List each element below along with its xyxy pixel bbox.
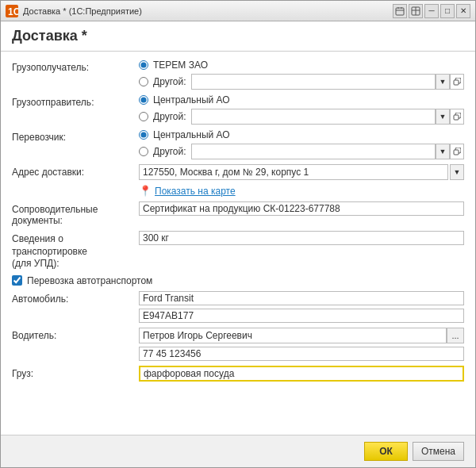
driver-license-input[interactable]: [139, 347, 464, 361]
form-footer: ОК Отмена: [1, 435, 475, 467]
close-button[interactable]: ✕: [456, 4, 470, 18]
address-input-row: ▼: [139, 164, 464, 180]
svg-rect-2: [396, 8, 404, 15]
toolbar-table-icon[interactable]: [409, 4, 423, 18]
recipient-controls: ТЕРЕМ ЗАО Другой: ▼: [139, 59, 464, 90]
carrier-dropdown-btn[interactable]: ▼: [436, 144, 450, 159]
titlebar-title: Доставка * (1С:Предприятие): [23, 6, 393, 16]
sender-link-btn[interactable]: [450, 109, 464, 125]
driver-name-input[interactable]: [139, 328, 447, 343]
driver-name-input-group: ...: [139, 328, 464, 343]
carrier-option1-label: Центральный АО: [153, 129, 230, 140]
sender-other-input-group: ▼: [191, 109, 464, 125]
driver-select-btn[interactable]: ...: [447, 328, 464, 343]
sender-option1-label: Центральный АО: [153, 94, 230, 105]
cargo-input[interactable]: [139, 366, 464, 382]
auto-model-input[interactable]: [139, 291, 464, 305]
main-window: 1C Доставка * (1С:Предприятие) ─: [0, 0, 476, 468]
svg-rect-9: [454, 80, 459, 85]
svg-rect-11: [454, 150, 459, 155]
carrier-other-input[interactable]: [191, 144, 436, 159]
recipient-other-input-group: ▼: [191, 74, 464, 90]
recipient-dropdown-btn[interactable]: ▼: [436, 74, 450, 90]
carrier-radio2[interactable]: [139, 147, 148, 156]
carrier-other-label: Другой:: [153, 146, 186, 157]
address-label: Адрес доставки:: [12, 164, 139, 178]
cargo-controls: [139, 366, 464, 382]
sender-controls: Центральный АО Другой: ▼: [139, 94, 464, 125]
auto-row: Автомобиль:: [12, 291, 464, 323]
carrier-label: Перевозчик:: [12, 129, 139, 143]
driver-row: Водитель: ...: [12, 328, 464, 361]
sender-other-label: Другой:: [153, 111, 186, 122]
driver-label: Водитель:: [12, 328, 139, 341]
sender-radio1[interactable]: [139, 95, 148, 105]
carrier-link-btn[interactable]: [450, 144, 464, 159]
sender-dropdown-btn[interactable]: ▼: [436, 109, 450, 125]
svg-rect-10: [454, 115, 459, 120]
carrier-other-row: Другой: ▼: [139, 144, 464, 159]
recipient-option1-label: ТЕРЕМ ЗАО: [153, 59, 208, 71]
transport-checkbox[interactable]: [12, 275, 22, 286]
transport-info-controls: [139, 231, 464, 245]
carrier-radio1[interactable]: [139, 130, 148, 140]
cancel-button[interactable]: Отмена: [413, 442, 464, 461]
docs-controls: [139, 201, 464, 216]
sender-other-input[interactable]: [191, 109, 436, 125]
transport-info-label: Сведения о транспортировке (для УПД):: [12, 231, 139, 270]
ok-button[interactable]: ОК: [364, 442, 408, 461]
address-dropdown-btn[interactable]: ▼: [450, 164, 464, 180]
sender-radio1-row: Центральный АО: [139, 94, 464, 105]
carrier-controls: Центральный АО Другой: ▼: [139, 129, 464, 159]
docs-label: Сопроводительные документы:: [12, 201, 139, 226]
maximize-button[interactable]: □: [440, 4, 455, 18]
cargo-row: Груз:: [12, 366, 464, 383]
cargo-label: Груз:: [12, 366, 139, 379]
carrier-radio1-row: Центральный АО: [139, 129, 464, 140]
recipient-radio1[interactable]: [139, 60, 148, 70]
recipient-link-btn[interactable]: [450, 74, 464, 90]
transport-checkbox-label: Перевозка автотранспортом: [27, 275, 152, 286]
transport-info-row: Сведения о транспортировке (для УПД):: [12, 231, 464, 270]
sender-radio2[interactable]: [139, 112, 148, 121]
sender-other-row: Другой: ▼: [139, 109, 464, 125]
address-controls: ▼ 📍 Показать на карте: [139, 164, 464, 197]
recipient-radio2[interactable]: [139, 77, 148, 86]
sender-row: Грузоотправитель: Центральный АО Другой:…: [12, 94, 464, 125]
carrier-row: Перевозчик: Центральный АО Другой: ▼: [12, 129, 464, 159]
show-on-map-btn[interactable]: Показать на карте: [155, 186, 236, 197]
transport-checkbox-row: Перевозка автотранспортом: [12, 275, 464, 286]
auto-controls: [139, 291, 464, 323]
docs-input[interactable]: [139, 201, 464, 216]
address-input[interactable]: [139, 164, 448, 180]
driver-controls: ...: [139, 328, 464, 361]
recipient-radio1-row: ТЕРЕМ ЗАО: [139, 59, 464, 71]
auto-label: Автомобиль:: [12, 291, 139, 305]
sender-label: Грузоотправитель:: [12, 94, 139, 108]
carrier-other-input-group: ▼: [191, 144, 464, 159]
address-row: Адрес доставки: ▼ 📍 Показать на карте: [12, 164, 464, 197]
page-title: Доставка *: [12, 28, 87, 44]
toolbar-calendar-icon[interactable]: [393, 4, 407, 18]
recipient-other-input[interactable]: [191, 74, 436, 90]
form-content: Грузополучатель: ТЕРЕМ ЗАО Другой: ▼: [1, 52, 475, 435]
map-pin-icon: 📍: [139, 185, 152, 197]
transport-info-input[interactable]: [139, 231, 464, 245]
titlebar-buttons: ─ □ ✕: [393, 4, 470, 18]
recipient-other-row: Другой: ▼: [139, 74, 464, 90]
docs-row: Сопроводительные документы:: [12, 201, 464, 226]
recipient-row: Грузополучатель: ТЕРЕМ ЗАО Другой: ▼: [12, 59, 464, 90]
map-link-row: 📍 Показать на карте: [139, 185, 464, 197]
recipient-other-label: Другой:: [153, 76, 186, 87]
auto-plate-input[interactable]: [139, 309, 464, 323]
titlebar: 1C Доставка * (1С:Предприятие) ─: [1, 1, 475, 21]
recipient-label: Грузополучатель:: [12, 59, 139, 73]
page-header: Доставка *: [1, 21, 475, 52]
app-icon: 1C: [6, 5, 18, 17]
minimize-button[interactable]: ─: [424, 4, 439, 18]
svg-text:1C: 1C: [8, 6, 18, 17]
